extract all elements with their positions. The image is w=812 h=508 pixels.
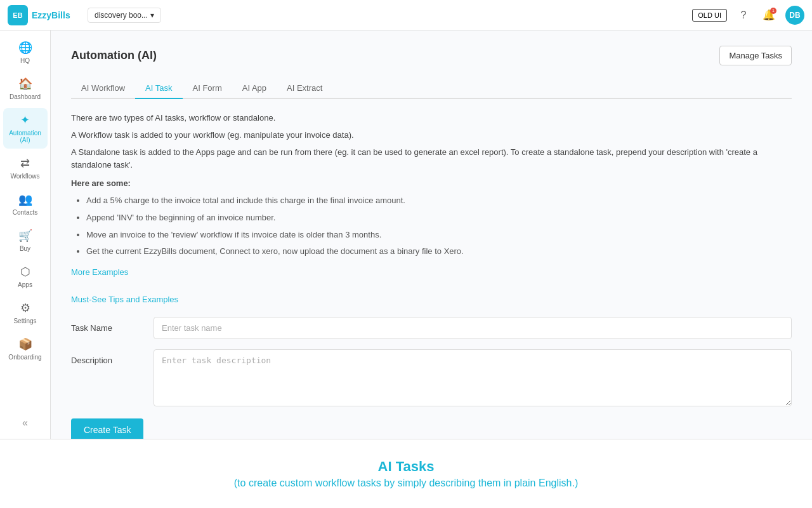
sidebar-item-buy[interactable]: 🛒 Buy (3, 224, 48, 257)
dashboard-icon: 🏠 (18, 77, 32, 91)
content-area: Automation (AI) Manage Tasks AI Workflow… (51, 30, 812, 439)
sidebar-label-workflows: Workflows (11, 173, 40, 180)
org-name: discovery boo... (95, 11, 148, 20)
example-item: Append 'INV' to the beginning of an invo… (86, 211, 792, 225)
tab-ai-app[interactable]: AI App (232, 78, 277, 99)
workflows-icon: ⇄ (20, 156, 30, 170)
promo-title: AI Tasks (19, 458, 793, 475)
sidebar-label-hq: HQ (20, 57, 30, 64)
examples-list: Add a 5% charge to the invoice total and… (71, 194, 792, 258)
sidebar-item-settings[interactable]: ⚙ Settings (3, 296, 48, 330)
description-control (154, 349, 792, 408)
tab-ai-workflow[interactable]: AI Workflow (71, 78, 135, 99)
chevron-down-icon: ▾ (150, 11, 154, 20)
contacts-icon: 👥 (18, 192, 32, 206)
examples-header: Here are some: (71, 177, 792, 190)
sidebar-label-settings: Settings (13, 318, 36, 324)
sidebar-label-onboarding: Onboarding (8, 354, 41, 361)
task-name-row: Task Name (71, 317, 792, 339)
desc-line2: A Workflow task is added to your workflo… (71, 129, 792, 142)
tab-bar: AI Workflow AI Task AI Form AI App AI Ex… (71, 78, 792, 99)
hq-icon: 🌐 (18, 41, 32, 55)
desc-line1: There are two types of AI tasks, workflo… (71, 112, 792, 125)
sidebar-item-hq[interactable]: 🌐 HQ (3, 36, 48, 69)
desc-line3: A Standalone task is added to the Apps p… (71, 146, 792, 173)
logo-text: EzzyBills (32, 10, 70, 20)
sidebar: 🌐 HQ 🏠 Dashboard ✦ Automation (AI) ⇄ Wor… (0, 30, 51, 439)
manage-tasks-button[interactable]: Manage Tasks (719, 46, 792, 65)
sidebar-item-contacts[interactable]: 👥 Contacts (3, 187, 48, 221)
more-examples-link[interactable]: More Examples (71, 266, 128, 279)
example-item: Get the current EzzyBills document, Conn… (86, 245, 792, 258)
automation-icon: ✦ (20, 113, 30, 127)
task-name-input[interactable] (154, 317, 792, 339)
description-textarea[interactable] (154, 349, 792, 406)
notification-badge: 1 (770, 8, 776, 14)
task-name-label: Task Name (71, 317, 154, 333)
sidebar-label-apps: Apps (18, 281, 32, 288)
sidebar-item-dashboard[interactable]: 🏠 Dashboard (3, 72, 48, 105)
sidebar-label-automation: Automation (AI) (6, 130, 45, 144)
sidebar-item-automation[interactable]: ✦ Automation (AI) (3, 108, 48, 149)
create-task-button[interactable]: Create Task (71, 418, 143, 439)
help-icon[interactable]: ? (735, 6, 752, 24)
sidebar-item-apps[interactable]: ⬡ Apps (3, 260, 48, 293)
promo-subtitle: (to create custom workflow tasks by simp… (19, 478, 793, 489)
sidebar-item-workflows[interactable]: ⇄ Workflows (3, 151, 48, 185)
settings-icon: ⚙ (20, 301, 30, 315)
avatar[interactable]: DB (785, 6, 804, 25)
org-selector[interactable]: discovery boo... ▾ (88, 8, 161, 23)
example-item: Move an invoice to the 'review' workflow… (86, 229, 792, 242)
sidebar-label-buy: Buy (20, 245, 30, 252)
old-ui-button[interactable]: OLD UI (692, 9, 727, 22)
page-title: Automation (AI) (71, 49, 157, 62)
apps-icon: ⬡ (20, 265, 30, 279)
description-label: Description (71, 349, 154, 365)
sidebar-item-onboarding[interactable]: 📦 Onboarding (3, 332, 48, 366)
page-header: Automation (AI) Manage Tasks (71, 46, 792, 65)
logo-icon: EB (8, 5, 28, 25)
sidebar-collapse-button[interactable]: « (17, 412, 33, 434)
sidebar-label-contacts: Contacts (13, 209, 37, 216)
description-row: Description (71, 349, 792, 408)
example-item: Add a 5% charge to the invoice total and… (86, 194, 792, 208)
tab-ai-task[interactable]: AI Task (135, 78, 182, 99)
notifications-icon[interactable]: 🔔 1 (760, 6, 778, 24)
must-see-link[interactable]: Must-See Tips and Examples (71, 295, 178, 304)
tab-ai-extract[interactable]: AI Extract (277, 78, 332, 99)
tab-ai-form[interactable]: AI Form (183, 78, 232, 99)
task-name-control (154, 317, 792, 339)
sidebar-label-dashboard: Dashboard (10, 93, 41, 100)
logo-area: EB EzzyBills (8, 5, 77, 25)
promo-section: AI Tasks (to create custom workflow task… (0, 439, 812, 508)
onboarding-icon: 📦 (18, 337, 32, 351)
description-block: There are two types of AI tasks, workflo… (71, 112, 792, 284)
buy-icon: 🛒 (18, 229, 32, 243)
